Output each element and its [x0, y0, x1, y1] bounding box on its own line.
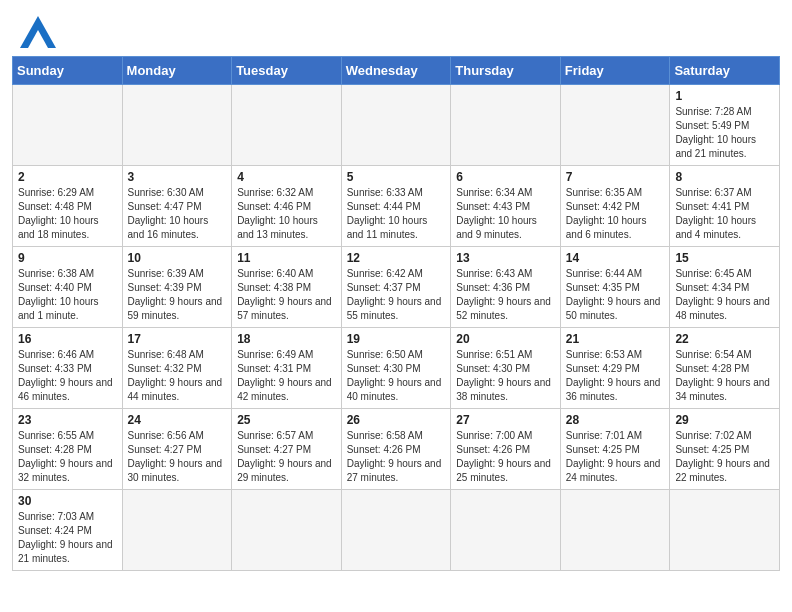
- calendar-table: SundayMondayTuesdayWednesdayThursdayFrid…: [12, 56, 780, 571]
- day-info: Sunrise: 6:54 AM Sunset: 4:28 PM Dayligh…: [675, 348, 774, 404]
- day-info: Sunrise: 6:58 AM Sunset: 4:26 PM Dayligh…: [347, 429, 446, 485]
- day-number: 17: [128, 332, 227, 346]
- calendar-cell: 14Sunrise: 6:44 AM Sunset: 4:35 PM Dayli…: [560, 247, 670, 328]
- calendar-cell: [341, 85, 451, 166]
- header: [0, 0, 792, 56]
- day-info: Sunrise: 6:50 AM Sunset: 4:30 PM Dayligh…: [347, 348, 446, 404]
- day-info: Sunrise: 6:30 AM Sunset: 4:47 PM Dayligh…: [128, 186, 227, 242]
- calendar-cell: [560, 490, 670, 571]
- day-number: 30: [18, 494, 117, 508]
- day-number: 15: [675, 251, 774, 265]
- day-info: Sunrise: 6:44 AM Sunset: 4:35 PM Dayligh…: [566, 267, 665, 323]
- day-info: Sunrise: 6:33 AM Sunset: 4:44 PM Dayligh…: [347, 186, 446, 242]
- day-number: 20: [456, 332, 555, 346]
- day-number: 2: [18, 170, 117, 184]
- day-number: 23: [18, 413, 117, 427]
- day-number: 12: [347, 251, 446, 265]
- day-info: Sunrise: 6:57 AM Sunset: 4:27 PM Dayligh…: [237, 429, 336, 485]
- day-number: 1: [675, 89, 774, 103]
- day-info: Sunrise: 6:35 AM Sunset: 4:42 PM Dayligh…: [566, 186, 665, 242]
- day-number: 27: [456, 413, 555, 427]
- calendar-cell: 23Sunrise: 6:55 AM Sunset: 4:28 PM Dayli…: [13, 409, 123, 490]
- day-number: 24: [128, 413, 227, 427]
- calendar-cell: [451, 490, 561, 571]
- day-number: 7: [566, 170, 665, 184]
- calendar-cell: 1Sunrise: 7:28 AM Sunset: 5:49 PM Daylig…: [670, 85, 780, 166]
- day-number: 10: [128, 251, 227, 265]
- calendar-week-1: 1Sunrise: 7:28 AM Sunset: 5:49 PM Daylig…: [13, 85, 780, 166]
- day-info: Sunrise: 6:53 AM Sunset: 4:29 PM Dayligh…: [566, 348, 665, 404]
- day-number: 13: [456, 251, 555, 265]
- calendar-cell: 17Sunrise: 6:48 AM Sunset: 4:32 PM Dayli…: [122, 328, 232, 409]
- calendar-cell: 28Sunrise: 7:01 AM Sunset: 4:25 PM Dayli…: [560, 409, 670, 490]
- day-info: Sunrise: 6:43 AM Sunset: 4:36 PM Dayligh…: [456, 267, 555, 323]
- day-info: Sunrise: 7:01 AM Sunset: 4:25 PM Dayligh…: [566, 429, 665, 485]
- day-info: Sunrise: 7:00 AM Sunset: 4:26 PM Dayligh…: [456, 429, 555, 485]
- day-number: 26: [347, 413, 446, 427]
- day-number: 5: [347, 170, 446, 184]
- calendar-body: 1Sunrise: 7:28 AM Sunset: 5:49 PM Daylig…: [13, 85, 780, 571]
- day-info: Sunrise: 7:02 AM Sunset: 4:25 PM Dayligh…: [675, 429, 774, 485]
- calendar-cell: [341, 490, 451, 571]
- calendar-cell: 30Sunrise: 7:03 AM Sunset: 4:24 PM Dayli…: [13, 490, 123, 571]
- calendar-week-2: 2Sunrise: 6:29 AM Sunset: 4:48 PM Daylig…: [13, 166, 780, 247]
- day-number: 21: [566, 332, 665, 346]
- day-info: Sunrise: 6:40 AM Sunset: 4:38 PM Dayligh…: [237, 267, 336, 323]
- calendar-cell: [232, 490, 342, 571]
- calendar-cell: 22Sunrise: 6:54 AM Sunset: 4:28 PM Dayli…: [670, 328, 780, 409]
- calendar-cell: [122, 85, 232, 166]
- calendar-cell: [451, 85, 561, 166]
- calendar-cell: 25Sunrise: 6:57 AM Sunset: 4:27 PM Dayli…: [232, 409, 342, 490]
- day-info: Sunrise: 6:37 AM Sunset: 4:41 PM Dayligh…: [675, 186, 774, 242]
- calendar-cell: 16Sunrise: 6:46 AM Sunset: 4:33 PM Dayli…: [13, 328, 123, 409]
- day-number: 3: [128, 170, 227, 184]
- day-info: Sunrise: 6:46 AM Sunset: 4:33 PM Dayligh…: [18, 348, 117, 404]
- calendar-cell: 11Sunrise: 6:40 AM Sunset: 4:38 PM Dayli…: [232, 247, 342, 328]
- calendar-week-4: 16Sunrise: 6:46 AM Sunset: 4:33 PM Dayli…: [13, 328, 780, 409]
- calendar-header: SundayMondayTuesdayWednesdayThursdayFrid…: [13, 57, 780, 85]
- day-info: Sunrise: 6:39 AM Sunset: 4:39 PM Dayligh…: [128, 267, 227, 323]
- day-number: 4: [237, 170, 336, 184]
- day-info: Sunrise: 6:42 AM Sunset: 4:37 PM Dayligh…: [347, 267, 446, 323]
- logo-icon: [20, 16, 56, 48]
- calendar-cell: [670, 490, 780, 571]
- day-info: Sunrise: 6:29 AM Sunset: 4:48 PM Dayligh…: [18, 186, 117, 242]
- col-header-sunday: Sunday: [13, 57, 123, 85]
- col-header-tuesday: Tuesday: [232, 57, 342, 85]
- calendar-week-5: 23Sunrise: 6:55 AM Sunset: 4:28 PM Dayli…: [13, 409, 780, 490]
- day-info: Sunrise: 6:49 AM Sunset: 4:31 PM Dayligh…: [237, 348, 336, 404]
- calendar-cell: 8Sunrise: 6:37 AM Sunset: 4:41 PM Daylig…: [670, 166, 780, 247]
- day-info: Sunrise: 6:51 AM Sunset: 4:30 PM Dayligh…: [456, 348, 555, 404]
- calendar-cell: 9Sunrise: 6:38 AM Sunset: 4:40 PM Daylig…: [13, 247, 123, 328]
- day-number: 28: [566, 413, 665, 427]
- calendar-cell: 5Sunrise: 6:33 AM Sunset: 4:44 PM Daylig…: [341, 166, 451, 247]
- col-header-friday: Friday: [560, 57, 670, 85]
- calendar-cell: 6Sunrise: 6:34 AM Sunset: 4:43 PM Daylig…: [451, 166, 561, 247]
- day-number: 16: [18, 332, 117, 346]
- calendar-cell: 29Sunrise: 7:02 AM Sunset: 4:25 PM Dayli…: [670, 409, 780, 490]
- day-info: Sunrise: 6:34 AM Sunset: 4:43 PM Dayligh…: [456, 186, 555, 242]
- day-info: Sunrise: 7:28 AM Sunset: 5:49 PM Dayligh…: [675, 105, 774, 161]
- calendar-cell: 13Sunrise: 6:43 AM Sunset: 4:36 PM Dayli…: [451, 247, 561, 328]
- day-number: 29: [675, 413, 774, 427]
- day-info: Sunrise: 6:45 AM Sunset: 4:34 PM Dayligh…: [675, 267, 774, 323]
- day-number: 9: [18, 251, 117, 265]
- calendar-cell: 27Sunrise: 7:00 AM Sunset: 4:26 PM Dayli…: [451, 409, 561, 490]
- day-number: 6: [456, 170, 555, 184]
- calendar-cell: 12Sunrise: 6:42 AM Sunset: 4:37 PM Dayli…: [341, 247, 451, 328]
- calendar-cell: 18Sunrise: 6:49 AM Sunset: 4:31 PM Dayli…: [232, 328, 342, 409]
- calendar-cell: 7Sunrise: 6:35 AM Sunset: 4:42 PM Daylig…: [560, 166, 670, 247]
- calendar-cell: 4Sunrise: 6:32 AM Sunset: 4:46 PM Daylig…: [232, 166, 342, 247]
- col-header-saturday: Saturday: [670, 57, 780, 85]
- calendar-cell: 21Sunrise: 6:53 AM Sunset: 4:29 PM Dayli…: [560, 328, 670, 409]
- col-header-monday: Monday: [122, 57, 232, 85]
- calendar-cell: [13, 85, 123, 166]
- day-number: 18: [237, 332, 336, 346]
- calendar-cell: 19Sunrise: 6:50 AM Sunset: 4:30 PM Dayli…: [341, 328, 451, 409]
- day-number: 25: [237, 413, 336, 427]
- day-info: Sunrise: 7:03 AM Sunset: 4:24 PM Dayligh…: [18, 510, 117, 566]
- day-number: 8: [675, 170, 774, 184]
- calendar-cell: 15Sunrise: 6:45 AM Sunset: 4:34 PM Dayli…: [670, 247, 780, 328]
- calendar-cell: [560, 85, 670, 166]
- day-info: Sunrise: 6:48 AM Sunset: 4:32 PM Dayligh…: [128, 348, 227, 404]
